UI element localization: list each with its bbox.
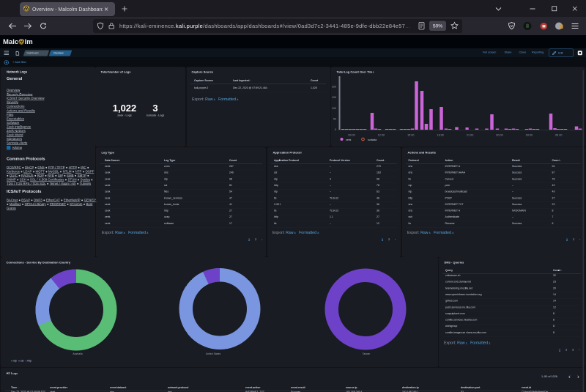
svg-text:03:00: 03:00: [526, 134, 533, 137]
svg-text:09:00: 09:00: [348, 134, 355, 137]
svg-text:21:00: 21:00: [467, 134, 473, 137]
svg-text:200: 200: [332, 86, 336, 89]
svg-text:150: 150: [332, 96, 336, 99]
svg-text:suricata: suricata: [368, 138, 377, 141]
svg-text:06:00: 06:00: [555, 134, 562, 137]
svg-text:zeek: zeek: [346, 138, 352, 141]
svg-text:15:00: 15:00: [407, 134, 414, 137]
svg-text:18:00: 18:00: [437, 134, 444, 137]
svg-text:0: 0: [335, 128, 336, 131]
svg-text:50: 50: [333, 118, 336, 121]
svg-text:100: 100: [332, 107, 336, 110]
svg-text:00:00: 00:00: [496, 134, 502, 137]
svg-text:12:00: 12:00: [378, 134, 385, 137]
